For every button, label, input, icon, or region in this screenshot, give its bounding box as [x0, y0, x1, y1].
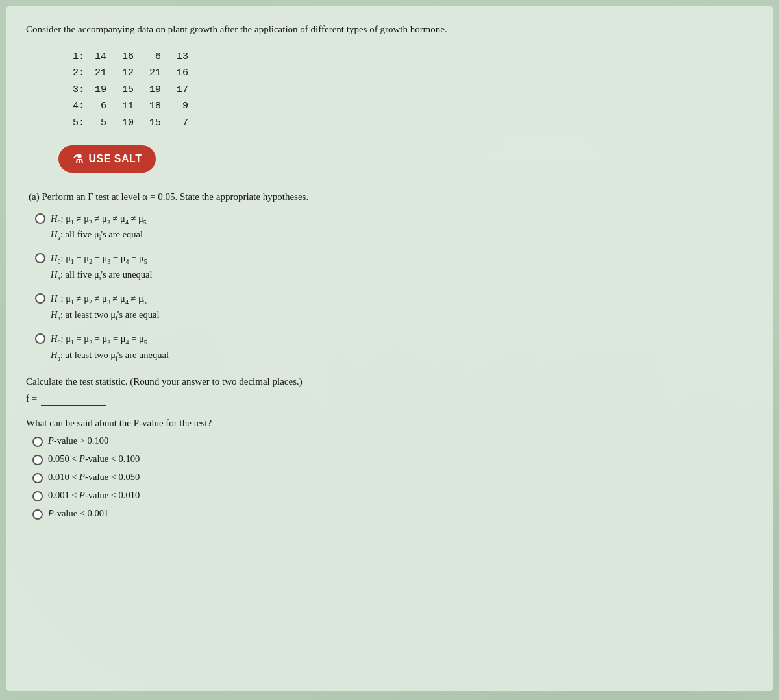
cell-3-1: 19 — [88, 82, 106, 99]
radio-pvalue-3[interactable] — [32, 473, 43, 483]
calc-title: Calculate the test statistic. (Round you… — [26, 376, 753, 387]
hypothesis-ha-2: Ha: all five μi's are unequal — [51, 268, 753, 283]
hypothesis-option-4-row[interactable]: H0: μ1 = μ2 = μ3 = μ4 = μ5 — [35, 332, 753, 347]
cell-3-2: 15 — [116, 82, 134, 99]
row-values-3: 19 15 19 17 — [88, 82, 188, 99]
hypothesis-ha-3: Ha: at least two μi's are equal — [51, 308, 753, 323]
pvalue-option-2[interactable]: 0.050 < P-value < 0.100 — [32, 453, 753, 465]
cell-5-2: 10 — [116, 115, 134, 132]
hypothesis-h0-1: H0: μ1 ≠ μ2 ≠ μ3 ≠ μ4 ≠ μ5 — [51, 212, 147, 227]
radio-pvalue-1[interactable] — [32, 437, 43, 447]
cell-4-2: 11 — [116, 98, 134, 115]
row-label-5: 5: — [65, 115, 84, 132]
pvalue-option-5[interactable]: P-value < 0.001 — [32, 508, 753, 520]
pvalue-text-2: 0.050 < P-value < 0.100 — [48, 453, 140, 465]
pvalue-title: What can be said about the P-value for t… — [26, 418, 753, 429]
table-row: 4: 6 11 18 9 — [65, 98, 753, 115]
pvalue-text-5: P-value < 0.001 — [48, 508, 108, 519]
row-label-1: 1: — [65, 49, 84, 66]
cell-4-3: 18 — [143, 98, 161, 115]
hypothesis-option-2: H0: μ1 = μ2 = μ3 = μ4 = μ5 Ha: all five … — [35, 252, 753, 283]
row-label-2: 2: — [65, 65, 84, 82]
cell-2-2: 12 — [116, 65, 134, 82]
data-table: 1: 14 16 6 13 2: 21 12 21 16 3: 19 15 19 — [65, 49, 753, 132]
hypothesis-h0-3: H0: μ1 ≠ μ2 ≠ μ3 ≠ μ4 ≠ μ5 — [51, 292, 147, 307]
salt-icon: ⚗ — [73, 152, 84, 166]
calc-section: Calculate the test statistic. (Round you… — [26, 376, 753, 406]
pvalue-option-4[interactable]: 0.001 < P-value < 0.010 — [32, 490, 753, 501]
radio-option-4[interactable] — [35, 333, 45, 344]
section-a: (a) Perform an F test at level α = 0.05.… — [29, 189, 753, 363]
radio-pvalue-5[interactable] — [32, 509, 43, 520]
row-label-3: 3: — [65, 82, 84, 99]
cell-4-1: 6 — [88, 98, 106, 115]
cell-3-3: 19 — [143, 82, 161, 99]
pvalue-text-4: 0.001 < P-value < 0.010 — [48, 490, 140, 501]
pvalue-text-3: 0.010 < P-value < 0.050 — [48, 472, 140, 483]
use-salt-label: USE SALT — [89, 153, 142, 165]
radio-option-1[interactable] — [35, 213, 45, 224]
intro-text: Consider the accompanying data on plant … — [26, 22, 753, 37]
hypothesis-option-4: H0: μ1 = μ2 = μ3 = μ4 = μ5 Ha: at least … — [35, 332, 753, 363]
radio-pvalue-2[interactable] — [32, 455, 43, 465]
hypothesis-ha-4: Ha: at least two μi's are unequal — [51, 348, 753, 363]
table-row: 1: 14 16 6 13 — [65, 49, 753, 66]
cell-2-3: 21 — [143, 65, 161, 82]
row-label-4: 4: — [65, 98, 84, 115]
hypothesis-ha-1: Ha: all five μi's are equal — [51, 228, 753, 243]
table-row: 2: 21 12 21 16 — [65, 65, 753, 82]
row-values-4: 6 11 18 9 — [88, 98, 188, 115]
hypothesis-option-2-row[interactable]: H0: μ1 = μ2 = μ3 = μ4 = μ5 — [35, 252, 753, 267]
hypothesis-option-1: H0: μ1 ≠ μ2 ≠ μ3 ≠ μ4 ≠ μ5 Ha: all five … — [35, 212, 753, 243]
radio-option-3[interactable] — [35, 293, 45, 304]
pvalue-option-1[interactable]: P-value > 0.100 — [32, 435, 753, 447]
hypothesis-option-3: H0: μ1 ≠ μ2 ≠ μ3 ≠ μ4 ≠ μ5 Ha: at least … — [35, 292, 753, 323]
f-label: f = — [26, 393, 37, 404]
pvalue-option-3[interactable]: 0.010 < P-value < 0.050 — [32, 472, 753, 483]
hypothesis-h0-2: H0: μ1 = μ2 = μ3 = μ4 = μ5 — [51, 252, 147, 267]
f-value-input[interactable] — [41, 391, 106, 406]
cell-3-4: 17 — [170, 82, 188, 99]
hypothesis-h0-4: H0: μ1 = μ2 = μ3 = μ4 = μ5 — [51, 332, 147, 347]
row-values-2: 21 12 21 16 — [88, 65, 188, 82]
pvalue-section: What can be said about the P-value for t… — [26, 418, 753, 520]
cell-5-3: 15 — [143, 115, 161, 132]
cell-1-4: 13 — [170, 49, 188, 66]
row-values-1: 14 16 6 13 — [88, 49, 188, 66]
radio-option-2[interactable] — [35, 253, 45, 263]
cell-1-1: 14 — [88, 49, 106, 66]
cell-2-4: 16 — [170, 65, 188, 82]
use-salt-button[interactable]: ⚗ USE SALT — [58, 145, 156, 173]
page-container: Consider the accompanying data on plant … — [6, 6, 773, 691]
hypothesis-option-3-row[interactable]: H0: μ1 ≠ μ2 ≠ μ3 ≠ μ4 ≠ μ5 — [35, 292, 753, 307]
f-input-row: f = — [26, 391, 753, 406]
cell-2-1: 21 — [88, 65, 106, 82]
section-a-title: (a) Perform an F test at level α = 0.05.… — [29, 189, 753, 204]
radio-pvalue-4[interactable] — [32, 491, 43, 501]
table-row: 3: 19 15 19 17 — [65, 82, 753, 99]
table-row: 5: 5 10 15 7 — [65, 115, 753, 132]
row-values-5: 5 10 15 7 — [88, 115, 188, 132]
hypothesis-option-1-row[interactable]: H0: μ1 ≠ μ2 ≠ μ3 ≠ μ4 ≠ μ5 — [35, 212, 753, 227]
cell-5-4: 7 — [170, 115, 188, 132]
cell-1-2: 16 — [116, 49, 134, 66]
cell-5-1: 5 — [88, 115, 106, 132]
cell-4-4: 9 — [170, 98, 188, 115]
cell-1-3: 6 — [143, 49, 161, 66]
pvalue-text-1: P-value > 0.100 — [48, 435, 108, 446]
